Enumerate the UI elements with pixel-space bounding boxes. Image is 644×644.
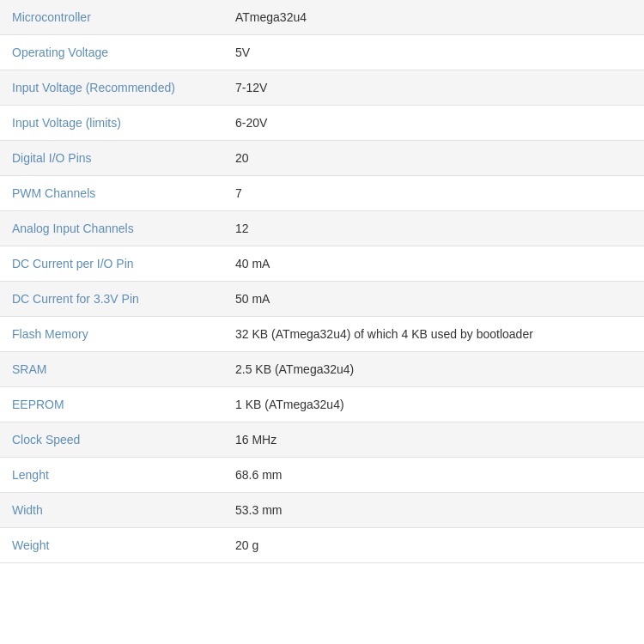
spec-label: SRAM	[0, 352, 223, 387]
spec-label: Operating Voltage	[0, 35, 223, 70]
spec-label: Input Voltage (limits)	[0, 106, 223, 141]
spec-value: 7	[223, 176, 644, 211]
spec-value: 5V	[223, 35, 644, 70]
table-row: Input Voltage (limits)6-20V	[0, 106, 644, 141]
spec-value: 7-12V	[223, 70, 644, 106]
spec-value: 53.3 mm	[223, 493, 644, 528]
spec-label: Weight	[0, 528, 223, 563]
spec-value: 6-20V	[223, 106, 644, 141]
spec-label: Flash Memory	[0, 317, 223, 352]
table-row: EEPROM1 KB (ATmega32u4)	[0, 387, 644, 422]
spec-value: 20 g	[223, 528, 644, 563]
spec-label: Clock Speed	[0, 422, 223, 458]
spec-label: PWM Channels	[0, 176, 223, 211]
spec-value: 16 MHz	[223, 422, 644, 458]
table-row: Flash Memory32 KB (ATmega32u4) of which …	[0, 317, 644, 352]
spec-value: 32 KB (ATmega32u4) of which 4 KB used by…	[223, 317, 644, 352]
spec-value: 20	[223, 141, 644, 176]
table-row: Width53.3 mm	[0, 493, 644, 528]
table-row: Weight20 g	[0, 528, 644, 563]
table-row: DC Current for 3.3V Pin50 mA	[0, 282, 644, 317]
table-row: Clock Speed16 MHz	[0, 422, 644, 458]
spec-value: 2.5 KB (ATmega32u4)	[223, 352, 644, 387]
table-row: Operating Voltage5V	[0, 35, 644, 70]
table-row: Analog Input Channels12	[0, 211, 644, 246]
spec-value: ATmega32u4	[223, 0, 644, 35]
table-row: Digital I/O Pins20	[0, 141, 644, 176]
spec-value: 50 mA	[223, 282, 644, 317]
spec-value: 12	[223, 211, 644, 246]
spec-label: Analog Input Channels	[0, 211, 223, 246]
spec-label: Digital I/O Pins	[0, 141, 223, 176]
spec-label: DC Current per I/O Pin	[0, 246, 223, 282]
table-row: Lenght68.6 mm	[0, 458, 644, 493]
table-row: DC Current per I/O Pin40 mA	[0, 246, 644, 282]
spec-value: 1 KB (ATmega32u4)	[223, 387, 644, 422]
spec-label: Width	[0, 493, 223, 528]
spec-label: Input Voltage (Recommended)	[0, 70, 223, 106]
spec-label: Lenght	[0, 458, 223, 493]
spec-label: Microcontroller	[0, 0, 223, 35]
spec-value: 40 mA	[223, 246, 644, 282]
spec-label: EEPROM	[0, 387, 223, 422]
table-row: SRAM2.5 KB (ATmega32u4)	[0, 352, 644, 387]
spec-label: DC Current for 3.3V Pin	[0, 282, 223, 317]
spec-table: MicrocontrollerATmega32u4Operating Volta…	[0, 0, 644, 563]
spec-value: 68.6 mm	[223, 458, 644, 493]
table-row: PWM Channels7	[0, 176, 644, 211]
table-row: MicrocontrollerATmega32u4	[0, 0, 644, 35]
table-row: Input Voltage (Recommended)7-12V	[0, 70, 644, 106]
